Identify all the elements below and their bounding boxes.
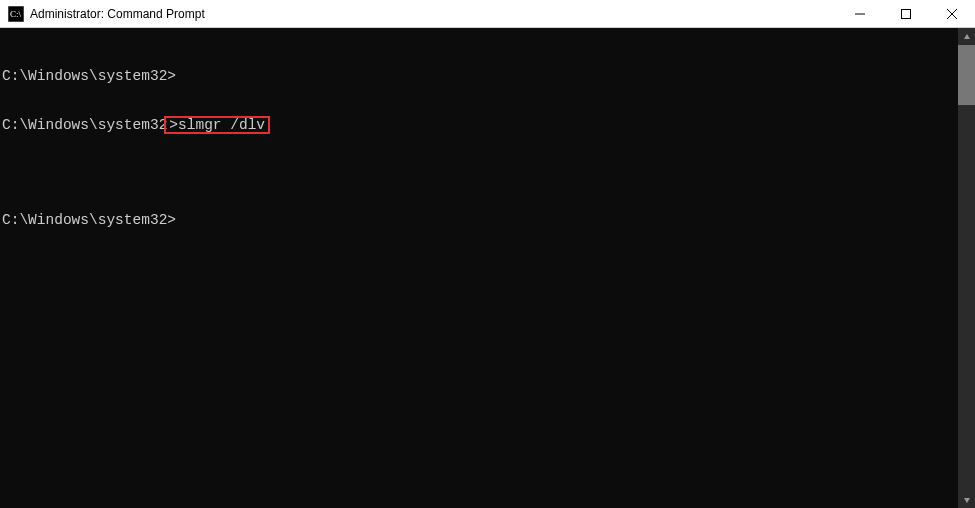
minimize-button[interactable]	[837, 0, 883, 27]
terminal-line: C:\Windows\system32>	[2, 68, 954, 84]
maximize-button[interactable]	[883, 0, 929, 27]
command-prompt-window: C:\ Administrator: Command Prompt C:\Win…	[0, 0, 975, 508]
highlighted-command: >slmgr /dlv	[164, 116, 270, 134]
scrollbar-thumb[interactable]	[958, 45, 975, 105]
prompt-text: C:\Windows\system32	[2, 117, 167, 133]
terminal-line: C:\Windows\system32>	[2, 212, 954, 228]
svg-text:C:\: C:\	[10, 9, 22, 19]
terminal-output[interactable]: C:\Windows\system32> C:\Windows\system32…	[0, 28, 958, 508]
scroll-up-button[interactable]	[958, 28, 975, 45]
close-button[interactable]	[929, 0, 975, 27]
titlebar[interactable]: C:\ Administrator: Command Prompt	[0, 0, 975, 28]
client-area: C:\Windows\system32> C:\Windows\system32…	[0, 28, 975, 508]
terminal-line	[2, 164, 954, 180]
svg-marker-8	[964, 498, 970, 503]
window-controls	[837, 0, 975, 27]
window-title: Administrator: Command Prompt	[30, 7, 837, 21]
prompt-text: C:\Windows\system32>	[2, 68, 176, 84]
prompt-text: C:\Windows\system32>	[2, 212, 176, 228]
terminal-line: C:\Windows\system32>slmgr /dlv	[2, 116, 954, 132]
svg-marker-7	[964, 34, 970, 39]
scroll-down-button[interactable]	[958, 491, 975, 508]
scrollbar-track[interactable]	[958, 45, 975, 491]
vertical-scrollbar[interactable]	[958, 28, 975, 508]
cmd-icon: C:\	[8, 6, 24, 22]
svg-rect-4	[902, 9, 911, 18]
